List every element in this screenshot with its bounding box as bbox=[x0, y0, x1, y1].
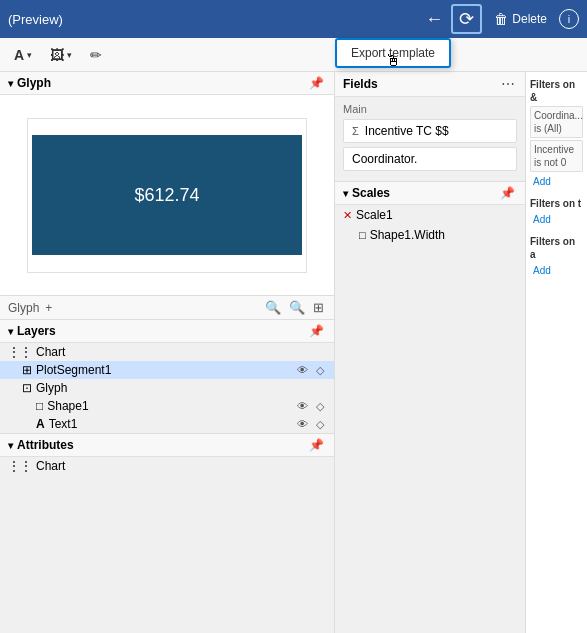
scales-pin-button[interactable]: 📌 bbox=[498, 186, 517, 200]
scales-section-header: ▾ Scales 📌 bbox=[335, 182, 525, 205]
image-icon: 🖼 bbox=[50, 47, 64, 63]
glyph-chart-value: $612.74 bbox=[134, 185, 199, 206]
glyph-title: Glyph bbox=[17, 76, 51, 90]
field-incentive-label: Incentive TC $$ bbox=[365, 124, 449, 138]
attributes-chart-icon: ⋮⋮ bbox=[8, 459, 32, 473]
layers-pin-button[interactable]: 📌 bbox=[307, 324, 326, 338]
shape1width-label: Shape1.Width bbox=[370, 228, 445, 242]
pencil-button[interactable]: ✏ bbox=[84, 43, 108, 67]
nav-back-button[interactable]: ← bbox=[421, 7, 447, 32]
shape1-eraser-button[interactable]: ◇ bbox=[314, 400, 326, 413]
fields-section: Fields ⋯ Main Σ Incentive TC $$ Coordina… bbox=[335, 72, 525, 182]
filters-panel: Filters on & Coordina... is (All) Incent… bbox=[525, 72, 587, 633]
scale-item-scale1[interactable]: ✕ Scale1 bbox=[335, 205, 525, 225]
tree-item-attributes-chart[interactable]: ⋮⋮ Chart bbox=[0, 457, 334, 475]
sum-icon: Σ bbox=[352, 125, 359, 137]
glyph-chevron-icon: ▾ bbox=[8, 78, 13, 89]
glyph-tree-label: Glyph bbox=[36, 381, 67, 395]
shape1-actions: 👁 ◇ bbox=[295, 400, 326, 413]
attributes-pin-button[interactable]: 📌 bbox=[307, 438, 326, 452]
zoom-fit-button[interactable]: ⊞ bbox=[311, 300, 326, 315]
delete-label: Delete bbox=[512, 12, 547, 26]
filter-group1-label: Filters on & bbox=[530, 78, 583, 104]
shape1width-icon: □ bbox=[359, 229, 366, 241]
glyph-footer: Glyph + 🔍 🔍 ⊞ bbox=[0, 295, 334, 319]
filter-value-incentive: Incentive is not 0 bbox=[530, 140, 583, 172]
zoom-out-button[interactable]: 🔍 bbox=[263, 300, 283, 315]
text1-actions: 👁 ◇ bbox=[295, 418, 326, 431]
attributes-chevron-icon: ▾ bbox=[8, 440, 13, 451]
fields-title: Fields bbox=[343, 77, 378, 91]
plotsegment-eye-button[interactable]: 👁 bbox=[295, 364, 310, 377]
tree-item-chart[interactable]: ⋮⋮ Chart bbox=[0, 343, 334, 361]
zoom-controls: 🔍 🔍 ⊞ bbox=[263, 300, 326, 315]
trash-icon: 🗑 bbox=[494, 11, 508, 27]
image-dropdown-icon: ▾ bbox=[67, 50, 72, 60]
filter-group-1: Filters on & Coordina... is (All) Incent… bbox=[530, 78, 583, 189]
glyph-header-left: ▾ Glyph bbox=[8, 76, 51, 90]
shape1-eye-button[interactable]: 👁 bbox=[295, 400, 310, 413]
plotsegment-actions: 👁 ◇ bbox=[295, 364, 326, 377]
scales-chevron-icon: ▾ bbox=[343, 188, 348, 199]
top-bar-title: (Preview) bbox=[8, 12, 63, 27]
attributes-section: ▾ Attributes 📌 ⋮⋮ Chart bbox=[0, 433, 334, 475]
attributes-chart-label: Chart bbox=[36, 459, 65, 473]
scales-title: Scales bbox=[352, 186, 390, 200]
scale1-icon: ✕ bbox=[343, 209, 352, 222]
text1-icon: A bbox=[36, 417, 45, 431]
tree-item-plotsegment1[interactable]: ⊞ PlotSegment1 👁 ◇ bbox=[0, 361, 334, 379]
text-button[interactable]: A ▾ bbox=[8, 43, 38, 67]
tree-item-glyph[interactable]: ⊡ Glyph bbox=[0, 379, 334, 397]
toolbar: A ▾ 🖼 ▾ ✏ bbox=[0, 38, 587, 72]
glyph-footer-label: Glyph bbox=[8, 301, 39, 315]
text1-eraser-button[interactable]: ◇ bbox=[314, 418, 326, 431]
text-dropdown-icon: ▾ bbox=[27, 50, 32, 60]
fields-more-button[interactable]: ⋯ bbox=[499, 76, 517, 92]
glyph-section: ▾ Glyph 📌 $612.74 Glyph + 🔍 bbox=[0, 72, 334, 319]
info-button[interactable]: i bbox=[559, 9, 579, 29]
export-tooltip-label: Export template bbox=[351, 46, 435, 60]
delete-button[interactable]: 🗑 Delete bbox=[486, 7, 555, 31]
filter-group-2: Filters on t Add bbox=[530, 197, 583, 227]
attributes-section-header: ▾ Attributes 📌 bbox=[0, 434, 334, 457]
filter-group1-add-button[interactable]: Add bbox=[530, 174, 583, 189]
image-button[interactable]: 🖼 ▾ bbox=[44, 43, 78, 67]
export-tooltip[interactable]: Export template bbox=[335, 38, 451, 68]
main-layout: ▾ Glyph 📌 $612.74 Glyph + 🔍 bbox=[0, 72, 587, 633]
plotsegment-eraser-button[interactable]: ◇ bbox=[314, 364, 326, 377]
plotsegment-label: PlotSegment1 bbox=[36, 363, 111, 377]
left-panel: ▾ Glyph 📌 $612.74 Glyph + 🔍 bbox=[0, 72, 335, 633]
tree-item-shape1[interactable]: □ Shape1 👁 ◇ bbox=[0, 397, 334, 415]
field-coordinator-label: Coordinator. bbox=[352, 152, 417, 166]
filter-group3-add-button[interactable]: Add bbox=[530, 263, 583, 278]
right-panel: Fields ⋯ Main Σ Incentive TC $$ Coordina… bbox=[335, 72, 525, 633]
scale1-label: Scale1 bbox=[356, 208, 393, 222]
zoom-in-button[interactable]: 🔍 bbox=[287, 300, 307, 315]
tree-item-text1[interactable]: A Text1 👁 ◇ bbox=[0, 415, 334, 433]
filter-group2-add-button[interactable]: Add bbox=[530, 212, 583, 227]
fields-content: Main Σ Incentive TC $$ Coordinator. bbox=[335, 97, 525, 181]
fields-section-header: Fields ⋯ bbox=[335, 72, 525, 97]
shape1-label: Shape1 bbox=[47, 399, 88, 413]
chart-label: Chart bbox=[36, 345, 65, 359]
layers-chevron-icon: ▾ bbox=[8, 326, 13, 337]
layers-section-header: ▾ Layers 📌 bbox=[0, 320, 334, 343]
scales-header-left: ▾ Scales bbox=[343, 186, 390, 200]
plotsegment-icon: ⊞ bbox=[22, 363, 32, 377]
filter-group3-label: Filters on a bbox=[530, 235, 583, 261]
nav-forward-button[interactable]: ⟳ bbox=[451, 4, 482, 34]
field-item-coordinator[interactable]: Coordinator. bbox=[343, 147, 517, 171]
shape1-icon: □ bbox=[36, 399, 43, 413]
pencil-icon: ✏ bbox=[90, 47, 102, 63]
glyph-preview: $612.74 bbox=[0, 95, 334, 295]
scale-item-shape1width[interactable]: □ Shape1.Width bbox=[335, 225, 525, 245]
glyph-footer-left: Glyph + bbox=[8, 301, 54, 315]
glyph-pin-button[interactable]: 📌 bbox=[307, 76, 326, 90]
text1-eye-button[interactable]: 👁 bbox=[295, 418, 310, 431]
top-bar: (Preview) ← ⟳ 🗑 Delete i bbox=[0, 0, 587, 38]
info-label: i bbox=[568, 13, 570, 25]
field-item-incentive[interactable]: Σ Incentive TC $$ bbox=[343, 119, 517, 143]
glyph-add-button[interactable]: + bbox=[43, 301, 54, 315]
attributes-title: Attributes bbox=[17, 438, 74, 452]
text-icon: A bbox=[14, 47, 24, 63]
